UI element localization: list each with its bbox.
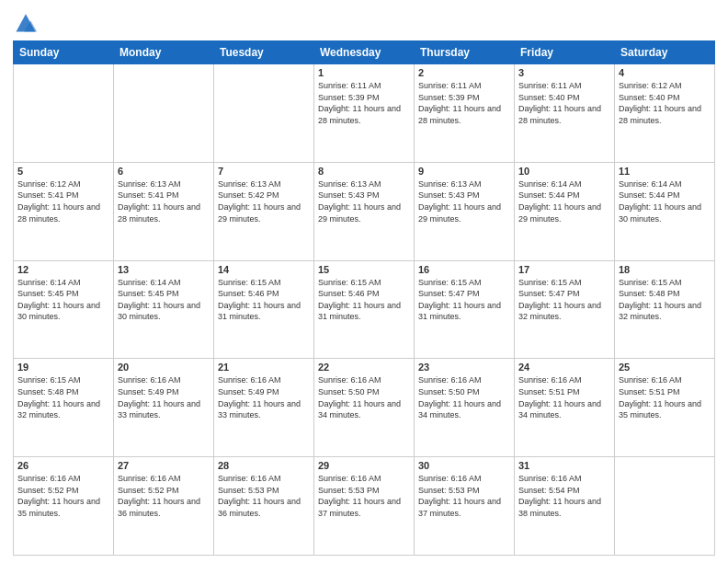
calendar-cell: 8Sunrise: 6:13 AMSunset: 5:43 PMDaylight… (314, 162, 415, 260)
calendar-cell: 14Sunrise: 6:15 AMSunset: 5:46 PMDayligh… (214, 260, 314, 359)
calendar-cell: 25Sunrise: 6:16 AMSunset: 5:51 PMDayligh… (615, 359, 715, 457)
day-number: 30 (418, 460, 510, 471)
day-number: 25 (619, 362, 711, 373)
calendar-cell: 7Sunrise: 6:13 AMSunset: 5:42 PMDaylight… (214, 162, 314, 260)
calendar-cell: 5Sunrise: 6:12 AMSunset: 5:41 PMDaylight… (14, 162, 114, 260)
day-detail: Sunrise: 6:14 AMSunset: 5:44 PMDaylight:… (518, 178, 610, 224)
day-number: 13 (118, 264, 210, 275)
week-row-4: 19Sunrise: 6:15 AMSunset: 5:48 PMDayligh… (14, 359, 715, 457)
day-number: 5 (17, 166, 109, 177)
day-detail: Sunrise: 6:16 AMSunset: 5:52 PMDaylight:… (17, 473, 109, 519)
weekday-header-saturday: Saturday (615, 41, 715, 64)
calendar-cell: 31Sunrise: 6:16 AMSunset: 5:54 PMDayligh… (515, 457, 615, 556)
day-detail: Sunrise: 6:15 AMSunset: 5:48 PMDaylight:… (619, 277, 711, 323)
day-detail: Sunrise: 6:16 AMSunset: 5:52 PMDaylight:… (118, 473, 210, 519)
calendar-cell: 11Sunrise: 6:14 AMSunset: 5:44 PMDayligh… (615, 162, 715, 260)
day-number: 8 (318, 166, 410, 177)
day-detail: Sunrise: 6:16 AMSunset: 5:51 PMDaylight:… (619, 374, 711, 420)
calendar-cell (214, 64, 314, 163)
day-number: 4 (619, 67, 711, 78)
calendar-cell: 22Sunrise: 6:16 AMSunset: 5:50 PMDayligh… (314, 359, 415, 457)
calendar-cell: 2Sunrise: 6:11 AMSunset: 5:39 PMDaylight… (415, 64, 515, 163)
day-number: 17 (518, 264, 610, 275)
week-row-3: 12Sunrise: 6:14 AMSunset: 5:45 PMDayligh… (14, 260, 715, 359)
day-detail: Sunrise: 6:15 AMSunset: 5:46 PMDaylight:… (218, 277, 310, 323)
day-detail: Sunrise: 6:14 AMSunset: 5:44 PMDaylight:… (619, 178, 711, 224)
calendar-cell: 9Sunrise: 6:13 AMSunset: 5:43 PMDaylight… (415, 162, 515, 260)
calendar-cell: 26Sunrise: 6:16 AMSunset: 5:52 PMDayligh… (14, 457, 114, 556)
day-number: 15 (318, 264, 410, 275)
weekday-header-thursday: Thursday (415, 41, 515, 64)
day-detail: Sunrise: 6:15 AMSunset: 5:47 PMDaylight:… (418, 277, 510, 323)
week-row-2: 5Sunrise: 6:12 AMSunset: 5:41 PMDaylight… (14, 162, 715, 260)
day-number: 1 (318, 67, 410, 78)
day-detail: Sunrise: 6:13 AMSunset: 5:43 PMDaylight:… (318, 178, 410, 224)
day-number: 9 (418, 166, 510, 177)
day-number: 21 (218, 362, 310, 373)
calendar-cell (615, 457, 715, 556)
day-number: 3 (518, 67, 610, 78)
day-number: 24 (518, 362, 610, 373)
day-detail: Sunrise: 6:16 AMSunset: 5:49 PMDaylight:… (118, 374, 210, 420)
day-detail: Sunrise: 6:15 AMSunset: 5:47 PMDaylight:… (518, 277, 610, 323)
day-detail: Sunrise: 6:14 AMSunset: 5:45 PMDaylight:… (17, 277, 109, 323)
day-number: 28 (218, 460, 310, 471)
calendar-cell: 16Sunrise: 6:15 AMSunset: 5:47 PMDayligh… (415, 260, 515, 359)
day-detail: Sunrise: 6:12 AMSunset: 5:40 PMDaylight:… (619, 80, 711, 126)
calendar-cell: 15Sunrise: 6:15 AMSunset: 5:46 PMDayligh… (314, 260, 415, 359)
calendar-cell: 17Sunrise: 6:15 AMSunset: 5:47 PMDayligh… (515, 260, 615, 359)
day-number: 10 (518, 166, 610, 177)
day-detail: Sunrise: 6:16 AMSunset: 5:53 PMDaylight:… (218, 473, 310, 519)
weekday-header-sunday: Sunday (14, 41, 114, 64)
calendar-cell: 20Sunrise: 6:16 AMSunset: 5:49 PMDayligh… (114, 359, 214, 457)
calendar-table: SundayMondayTuesdayWednesdayThursdayFrid… (13, 40, 715, 556)
day-detail: Sunrise: 6:11 AMSunset: 5:40 PMDaylight:… (518, 80, 610, 126)
day-number: 2 (418, 67, 510, 78)
day-detail: Sunrise: 6:11 AMSunset: 5:39 PMDaylight:… (418, 80, 510, 126)
weekday-header-wednesday: Wednesday (314, 41, 415, 64)
day-detail: Sunrise: 6:16 AMSunset: 5:54 PMDaylight:… (518, 473, 610, 519)
calendar-cell: 13Sunrise: 6:14 AMSunset: 5:45 PMDayligh… (114, 260, 214, 359)
calendar-cell: 6Sunrise: 6:13 AMSunset: 5:41 PMDaylight… (114, 162, 214, 260)
calendar-cell: 10Sunrise: 6:14 AMSunset: 5:44 PMDayligh… (515, 162, 615, 260)
weekday-header-monday: Monday (114, 41, 214, 64)
weekday-header-friday: Friday (515, 41, 615, 64)
day-detail: Sunrise: 6:16 AMSunset: 5:53 PMDaylight:… (318, 473, 410, 519)
day-detail: Sunrise: 6:11 AMSunset: 5:39 PMDaylight:… (318, 80, 410, 126)
calendar-cell: 18Sunrise: 6:15 AMSunset: 5:48 PMDayligh… (615, 260, 715, 359)
day-detail: Sunrise: 6:16 AMSunset: 5:53 PMDaylight:… (418, 473, 510, 519)
day-detail: Sunrise: 6:12 AMSunset: 5:41 PMDaylight:… (17, 178, 109, 224)
day-number: 22 (318, 362, 410, 373)
calendar-cell: 28Sunrise: 6:16 AMSunset: 5:53 PMDayligh… (214, 457, 314, 556)
day-number: 19 (17, 362, 109, 373)
week-row-1: 1Sunrise: 6:11 AMSunset: 5:39 PMDaylight… (14, 64, 715, 163)
calendar-cell: 3Sunrise: 6:11 AMSunset: 5:40 PMDaylight… (515, 64, 615, 163)
calendar-cell: 29Sunrise: 6:16 AMSunset: 5:53 PMDayligh… (314, 457, 415, 556)
weekday-header-tuesday: Tuesday (214, 41, 314, 64)
day-number: 26 (17, 460, 109, 471)
day-number: 7 (218, 166, 310, 177)
day-detail: Sunrise: 6:16 AMSunset: 5:50 PMDaylight:… (318, 374, 410, 420)
calendar-cell: 27Sunrise: 6:16 AMSunset: 5:52 PMDayligh… (114, 457, 214, 556)
day-number: 31 (518, 460, 610, 471)
calendar-cell: 4Sunrise: 6:12 AMSunset: 5:40 PMDaylight… (615, 64, 715, 163)
day-detail: Sunrise: 6:16 AMSunset: 5:51 PMDaylight:… (518, 374, 610, 420)
day-number: 20 (118, 362, 210, 373)
day-number: 6 (118, 166, 210, 177)
week-row-5: 26Sunrise: 6:16 AMSunset: 5:52 PMDayligh… (14, 457, 715, 556)
day-detail: Sunrise: 6:15 AMSunset: 5:48 PMDaylight:… (17, 374, 109, 420)
logo-icon (13, 9, 39, 35)
day-number: 14 (218, 264, 310, 275)
weekday-header-row: SundayMondayTuesdayWednesdayThursdayFrid… (14, 41, 715, 64)
day-detail: Sunrise: 6:16 AMSunset: 5:49 PMDaylight:… (218, 374, 310, 420)
day-detail: Sunrise: 6:15 AMSunset: 5:46 PMDaylight:… (318, 277, 410, 323)
logo (13, 9, 42, 35)
day-number: 29 (318, 460, 410, 471)
day-number: 16 (418, 264, 510, 275)
day-number: 11 (619, 166, 711, 177)
calendar-cell (114, 64, 214, 163)
day-number: 18 (619, 264, 711, 275)
day-detail: Sunrise: 6:14 AMSunset: 5:45 PMDaylight:… (118, 277, 210, 323)
page: SundayMondayTuesdayWednesdayThursdayFrid… (0, 0, 728, 563)
day-detail: Sunrise: 6:13 AMSunset: 5:41 PMDaylight:… (118, 178, 210, 224)
